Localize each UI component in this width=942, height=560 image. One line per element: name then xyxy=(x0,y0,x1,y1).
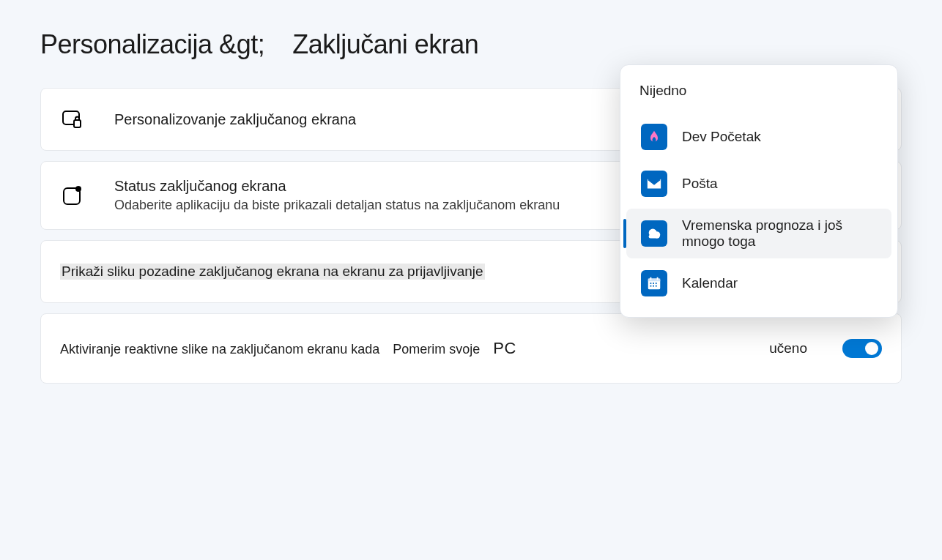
svg-rect-15 xyxy=(653,285,654,287)
mail-icon xyxy=(641,171,667,197)
toggle-knob xyxy=(865,342,878,355)
svg-rect-12 xyxy=(653,283,654,284)
row3-title: Prikaži sliku pozadine zaključanog ekran… xyxy=(60,264,485,280)
svg-rect-8 xyxy=(648,279,661,282)
dropdown-item-label: Kalendar xyxy=(682,275,877,291)
dropdown-item-dev-home[interactable]: Dev Početak xyxy=(626,115,891,159)
dropdown-item-mail[interactable]: Pošta xyxy=(626,162,891,206)
status-app-dropdown[interactable]: Nijedno Dev Početak Pošta Vremenska prog… xyxy=(620,64,898,318)
row4-text-b: Pomerim svoje xyxy=(393,342,480,357)
lockscreen-icon xyxy=(60,107,85,132)
breadcrumb-current: Zaključani ekran xyxy=(292,29,478,59)
svg-point-3 xyxy=(75,186,81,192)
svg-rect-14 xyxy=(650,285,652,287)
svg-rect-13 xyxy=(656,283,657,284)
svg-rect-11 xyxy=(650,283,652,284)
breadcrumb: Personalizacija &gt; Zaključani ekran xyxy=(40,29,902,60)
svg-rect-6 xyxy=(649,235,660,239)
dropdown-item-label: Vremenska prognoza i još mnogo toga xyxy=(682,217,877,250)
dropdown-item-calendar[interactable]: Kalendar xyxy=(626,261,891,305)
row-reactive-image: Aktiviranje reaktivne slike na zaključan… xyxy=(40,313,902,384)
dropdown-item-weather[interactable]: Vremenska prognoza i još mnogo toga xyxy=(626,209,891,258)
row4-state: učeno xyxy=(769,340,807,356)
dropdown-item-label: Pošta xyxy=(682,176,877,192)
flame-icon xyxy=(641,124,667,150)
breadcrumb-category[interactable]: Personalizacija &gt; xyxy=(40,29,264,59)
status-icon xyxy=(60,183,85,208)
svg-rect-1 xyxy=(74,120,81,127)
dropdown-item-label: Dev Početak xyxy=(682,129,877,145)
weather-icon xyxy=(641,220,667,247)
toggle-reactive-image[interactable] xyxy=(842,339,882,358)
svg-rect-16 xyxy=(656,285,657,287)
row4-text-c: PC xyxy=(493,339,516,358)
calendar-icon xyxy=(641,270,667,296)
dropdown-header[interactable]: Nijedno xyxy=(620,77,897,112)
row4-text-a: Aktiviranje reaktivne slike na zaključan… xyxy=(60,342,379,357)
